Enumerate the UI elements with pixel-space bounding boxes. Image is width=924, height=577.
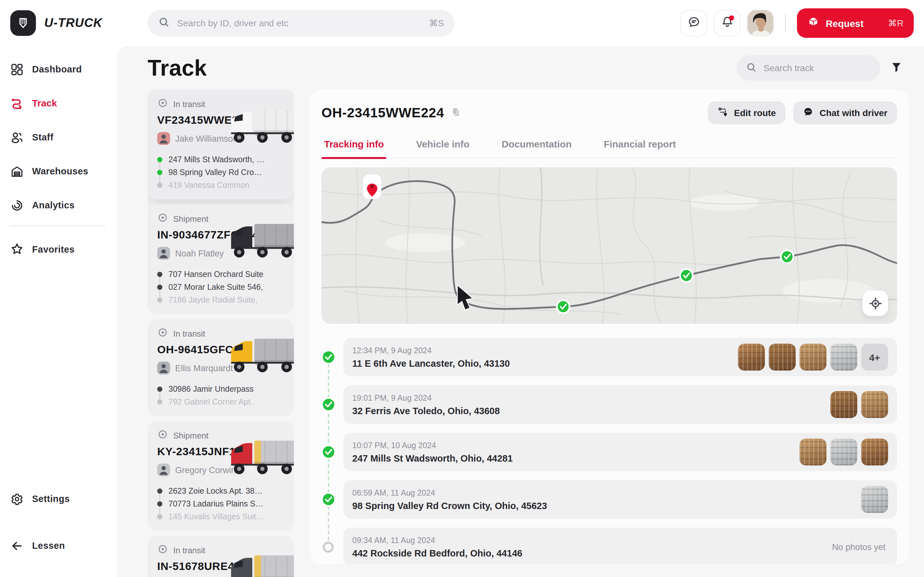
staff-icon [10,131,24,144]
shipment-detail-panel: OH-23415WWE224 [310,90,909,564]
track-icon [10,97,24,110]
shipment-card[interactable]: In transit IN-51678URE401 Jake Williamso… [148,536,294,577]
shipment-status: In transit [173,545,205,555]
stop-address: 30986 Jamir Underpass [168,385,254,394]
sidebar-item-analytics[interactable]: Analytics [10,191,105,219]
shipment-card[interactable]: Shipment IN-9034677ZFG154 Noah Flatley 7… [148,205,294,314]
timeline-time: 10:07 PM, 10 Aug 2024 [352,441,513,450]
sidebar-item-label: Dashboard [32,64,82,74]
locate-button[interactable] [863,290,888,316]
photo-thumbnails [800,438,888,466]
sidebar-item-settings[interactable]: Settings [10,485,105,513]
photo-thumbnail[interactable] [800,343,827,371]
stop-item: 98 Spring Valley Rd Crown City, OH [157,166,285,179]
copy-id-button[interactable] [451,106,461,119]
stop-list: 2623 Zoie Locks Apt. 381, AZ 70773 Ladar… [157,485,285,523]
driver-avatar [157,362,170,374]
user-avatar[interactable] [747,10,774,37]
checkpoint-marker [680,269,693,282]
driver-avatar [157,132,170,145]
brand-name: U-TRUCK [44,16,103,30]
timeline-row: 06:59 AM, 11 Aug 2024 98 Spring Valley R… [343,480,897,519]
sidebar-item-favorites[interactable]: Favorites [10,235,105,263]
stop-item: 145 Kuvalis Villages Suite 466, AZ [157,510,285,523]
notifications-button[interactable] [714,10,740,37]
sidebar-item-staff[interactable]: Staff [10,123,105,151]
shipment-status: In transit [173,99,205,109]
route-icon [717,106,728,119]
timeline-row: 19:01 PM, 9 Aug 2024 32 Ferris Ave Toled… [343,385,897,424]
stop-dot-icon [157,183,162,188]
stop-dot-icon [157,502,162,506]
shipment-list: In transit VF23415WWE224 Jake Williamson… [148,90,294,577]
photo-thumbnail[interactable] [800,438,827,466]
shipment-id: IN-51678URE401 [157,560,285,573]
request-button[interactable]: Request ⌘R [796,8,914,38]
driver-name: Jake Williamson [175,134,238,143]
detail-tabs: Tracking infoVehicle infoDocumentationFi… [321,134,897,158]
photo-thumbnails: No photos yet [832,542,888,552]
tracking-timeline: 12:34 PM, 9 Aug 2024 11 E 6th Ave Lancas… [321,338,897,564]
stop-dot-icon [157,387,162,392]
stop-address: 247 Mills St Wadsworth, OH [168,155,265,164]
chat-with-driver-button[interactable]: Chat with driver [793,101,897,124]
stop-dot-icon [157,514,162,519]
sidebar-item-label: Warehouses [32,166,88,176]
sidebar-item-warehouses[interactable]: Warehouses [10,157,105,185]
filter-button[interactable] [884,56,909,80]
shipment-card[interactable]: In transit VF23415WWE224 Jake Williamson… [148,90,294,199]
sidebar-collapse-button[interactable]: Lessen [10,532,105,560]
package-icon [807,16,819,30]
shipment-id: KY-23415JNF155 [157,446,285,458]
edit-route-button[interactable]: Edit route [708,101,786,124]
photo-thumbnail[interactable] [830,343,857,371]
status-ring-icon [157,327,168,340]
tab-financial-report[interactable]: Financial report [603,134,677,158]
photo-thumbnail[interactable] [861,391,888,418]
sidebar-item-label: Settings [32,494,70,504]
shipment-card[interactable]: In transit OH-96415GFC145 Ellis Marquard… [148,319,294,416]
messages-button[interactable] [680,10,707,37]
stop-dot-icon [157,157,162,162]
route-map[interactable] [321,167,897,324]
timeline-connector [328,500,329,547]
request-label: Request [825,18,863,29]
photo-thumbnail[interactable] [769,343,796,371]
stop-address: 707 Hansen Orchard Suite [168,270,263,279]
sidebar-item-dashboard[interactable]: Dashboard [10,55,105,83]
stop-list: 707 Hansen Orchard Suite 027 Morar Lake … [157,268,285,306]
stop-address: 419 Vanessa Common [168,181,249,190]
shipment-card[interactable]: Shipment KY-23415JNF155 Gregory Corwin 2… [148,421,294,531]
map-canvas [321,167,897,324]
photo-thumbnail[interactable] [738,343,765,371]
stop-item: 707 Hansen Orchard Suite [157,268,285,281]
sidebar-item-label: Favorites [32,244,75,254]
sidebar-item-track[interactable]: Track [10,89,105,117]
stop-address: 2623 Zoie Locks Apt. 381, AZ [168,487,265,496]
dashboard-icon [10,63,24,76]
shipment-id: OH-96415GFC145 [157,343,285,356]
tab-tracking-info[interactable]: Tracking info [323,134,385,158]
track-search-input[interactable]: Search track [737,55,880,81]
photo-thumbnail[interactable] [861,486,888,513]
tab-documentation[interactable]: Documentation [500,134,573,158]
stop-list: 30986 Jamir Underpass 792 Gabriel Corner… [157,383,285,408]
crosshair-icon [869,297,882,310]
photo-thumbnail[interactable] [830,438,857,466]
tab-vehicle-info[interactable]: Vehicle info [415,134,471,158]
timeline-check-icon [321,445,336,459]
photo-thumbnail[interactable] [830,391,857,418]
stop-address: 792 Gabriel Corner Apt.. [168,398,255,406]
shipment-status: Shipment [173,214,208,223]
stop-item: 30986 Jamir Underpass [157,383,285,396]
photo-thumbnail[interactable] [861,438,888,466]
more-photos-badge[interactable]: 4+ [861,343,888,371]
stop-address: 70773 Ladarius Plains Suite 496, AZ [168,500,265,508]
status-ring-icon [157,429,168,442]
global-search-input[interactable]: Search by ID, driver and etc ⌘S [148,10,454,37]
stop-item: 7186 Jayde Radial Suite, [157,293,285,306]
star-icon [10,242,24,256]
search-shortcut: ⌘S [429,18,444,28]
sidebar-collapse-label: Lessen [32,540,65,551]
timeline-connector [328,357,329,500]
